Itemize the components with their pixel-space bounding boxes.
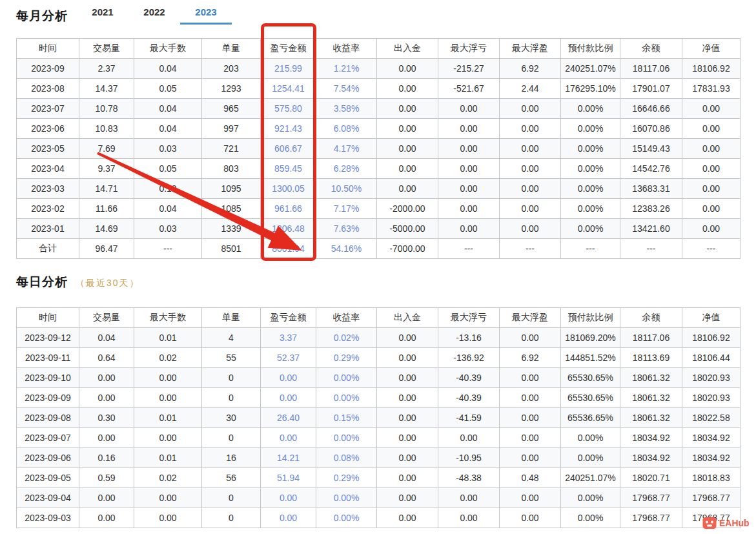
- table-cell: 0.00%: [316, 428, 377, 448]
- table-cell: 18106.92: [682, 59, 741, 79]
- table-cell: 8501: [202, 239, 261, 259]
- table-cell: 15149.43: [620, 139, 682, 159]
- table-cell: 0.00: [377, 448, 438, 468]
- table-cell: 0.00%: [561, 488, 620, 508]
- table-cell: 2023-09-04: [17, 488, 79, 508]
- table-cell: 7.54%: [316, 79, 377, 99]
- table-cell: 240251.07%: [561, 468, 620, 488]
- table-cell: 0.29%: [316, 348, 377, 368]
- table-cell: 0.00%: [561, 199, 620, 219]
- table-cell: 7.17%: [316, 199, 377, 219]
- table-cell: 0.01: [134, 448, 202, 468]
- table-cell: 18034.92: [682, 448, 741, 468]
- table-cell: 0.04: [134, 99, 202, 119]
- tab-2021[interactable]: 2021: [77, 5, 128, 25]
- table-cell: 65536.65%: [561, 408, 620, 428]
- table-cell: 0.00: [438, 179, 500, 199]
- daily-subtitle: （最近30天）: [76, 278, 140, 291]
- table-cell: 0.00: [377, 348, 438, 368]
- table-cell: 14.71: [79, 179, 134, 199]
- table-cell: 0: [202, 368, 261, 388]
- table-cell: 0.00%: [316, 508, 377, 528]
- table-cell: 1095: [202, 179, 261, 199]
- table-cell: 14.69: [79, 219, 134, 239]
- table-cell: -7000.00: [377, 239, 438, 259]
- column-header: 时间: [17, 39, 79, 59]
- table-cell: 997: [202, 119, 261, 139]
- table-cell: 0.03: [134, 219, 202, 239]
- table-cell: -521.67: [438, 79, 500, 99]
- table-cell: 2023-09-05: [17, 468, 79, 488]
- table-cell: 54.16%: [316, 239, 377, 259]
- table-row: 2023-09-090.000.0000.000.00%0.00-40.390.…: [17, 388, 741, 408]
- table-cell: 0.00%: [316, 368, 377, 388]
- table-cell: 18018.83: [682, 468, 741, 488]
- table-cell: 18020.93: [682, 368, 741, 388]
- table-cell: 0.00: [500, 99, 561, 119]
- table-cell: 0.00: [261, 508, 316, 528]
- table-cell: 240251.07%: [561, 59, 620, 79]
- column-header: 盈亏金额: [261, 39, 316, 59]
- column-header: 最大手数: [134, 39, 202, 59]
- table-cell: 0.00: [500, 179, 561, 199]
- table-cell: ---: [561, 239, 620, 259]
- table-cell: 2023-06: [17, 119, 79, 139]
- table-cell: 4.17%: [316, 139, 377, 159]
- table-cell: 0.01: [134, 328, 202, 348]
- table-cell: 0.00: [377, 508, 438, 528]
- table-cell: 0.00: [377, 408, 438, 428]
- table-cell: 0.00: [377, 159, 438, 179]
- table-row: 2023-057.690.03721606.674.17%0.000.000.0…: [17, 139, 741, 159]
- table-cell: 18117.06: [620, 328, 682, 348]
- table-row: 2023-0314.710.1010951300.0510.50%0.000.0…: [17, 179, 741, 199]
- daily-table: 时间交易量最大手数单量盈亏金额收益率出入金最大浮亏最大浮盈预付款比例余额净值20…: [16, 307, 741, 528]
- table-cell: 0.00: [134, 388, 202, 408]
- table-cell: 16: [202, 448, 261, 468]
- table-cell: 0.00%: [561, 119, 620, 139]
- table-cell: 10.83: [79, 119, 134, 139]
- column-header: 盈亏金额: [261, 308, 316, 328]
- table-cell: -13.16: [438, 328, 500, 348]
- table-cell: 1.21%: [316, 59, 377, 79]
- table-cell: 0.00: [500, 368, 561, 388]
- table-cell: 0.00: [682, 99, 741, 119]
- table-cell: 0.04: [134, 59, 202, 79]
- column-header: 最大浮盈: [500, 308, 561, 328]
- table-cell: -40.39: [438, 368, 500, 388]
- tab-2022[interactable]: 2022: [128, 5, 180, 25]
- monthly-title: 每月分析: [16, 8, 68, 25]
- table-cell: 8001.94: [261, 239, 316, 259]
- table-cell: 2023-08: [17, 79, 79, 99]
- table-cell: 0.00: [377, 79, 438, 99]
- table-cell: 0.00: [438, 99, 500, 119]
- table-cell: 0.02: [134, 468, 202, 488]
- tab-2023[interactable]: 2023: [180, 5, 232, 25]
- table-cell: 2023-09-11: [17, 348, 79, 368]
- table-cell: 0.00: [261, 388, 316, 408]
- table-cell: 0.00: [438, 159, 500, 179]
- table-cell: 181069.20%: [561, 328, 620, 348]
- table-cell: 0.00: [500, 488, 561, 508]
- table-cell: 18020.71: [620, 468, 682, 488]
- header-row: 时间交易量最大手数单量盈亏金额收益率出入金最大浮亏最大浮盈预付款比例余额净值: [17, 308, 741, 328]
- table-cell: 2023-03: [17, 179, 79, 199]
- table-cell: 0.00: [438, 508, 500, 528]
- table-cell: 18034.92: [682, 428, 741, 448]
- table-cell: 2023-09-08: [17, 408, 79, 428]
- column-header: 净值: [682, 39, 741, 59]
- table-cell: 0.00: [79, 388, 134, 408]
- table-cell: 803: [202, 159, 261, 179]
- header-row: 时间交易量最大手数单量盈亏金额收益率出入金最大浮亏最大浮盈预付款比例余额净值: [17, 39, 741, 59]
- column-header: 预付款比例: [561, 39, 620, 59]
- table-cell: 12383.26: [620, 199, 682, 219]
- table-cell: 0.00%: [561, 99, 620, 119]
- table-cell: 0.00: [377, 468, 438, 488]
- table-cell: 18034.92: [620, 448, 682, 468]
- table-cell: 0.00: [377, 179, 438, 199]
- table-cell: 0.00%: [316, 388, 377, 408]
- table-cell: 0.00: [261, 428, 316, 448]
- table-cell: 18061.32: [620, 408, 682, 428]
- monthly-table: 时间交易量最大手数单量盈亏金额收益率出入金最大浮亏最大浮盈预付款比例余额净值20…: [16, 38, 741, 259]
- table-cell: 0.00%: [561, 448, 620, 468]
- table-cell: 18034.92: [620, 428, 682, 448]
